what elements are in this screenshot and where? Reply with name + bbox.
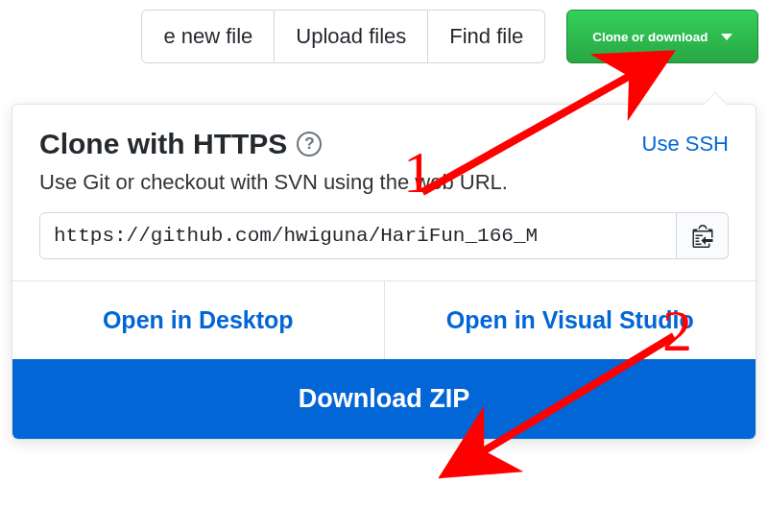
caret-down-icon [721,34,732,40]
clone-button-label: Clone or download [592,30,708,44]
clone-popover: Clone with HTTPS ? Use SSH Use Git or ch… [12,104,756,440]
clone-subtext: Use Git or checkout with SVN using the w… [39,170,729,195]
download-zip-button[interactable]: Download ZIP [12,359,756,439]
clone-title: Clone with HTTPS ? [39,128,322,160]
open-in-visual-studio-button[interactable]: Open in Visual Studio [384,281,756,359]
open-in-desktop-button[interactable]: Open in Desktop [12,281,384,359]
upload-files-button[interactable]: Upload files [275,10,428,63]
create-new-file-button[interactable]: e new file [141,10,275,63]
find-file-button[interactable]: Find file [428,10,545,63]
clone-or-download-button[interactable]: Clone or download [566,10,758,63]
copy-url-button[interactable] [677,212,729,259]
clipboard-icon [692,225,713,248]
repo-toolbar: e new file Upload files Find file Clone … [0,0,768,63]
help-icon[interactable]: ? [297,132,322,157]
clone-title-text: Clone with HTTPS [39,128,287,160]
file-button-group: e new file Upload files Find file [141,10,545,63]
use-ssh-link[interactable]: Use SSH [642,132,729,157]
clone-url-input[interactable]: https://github.com/hwiguna/HariFun_166_M [39,212,677,259]
